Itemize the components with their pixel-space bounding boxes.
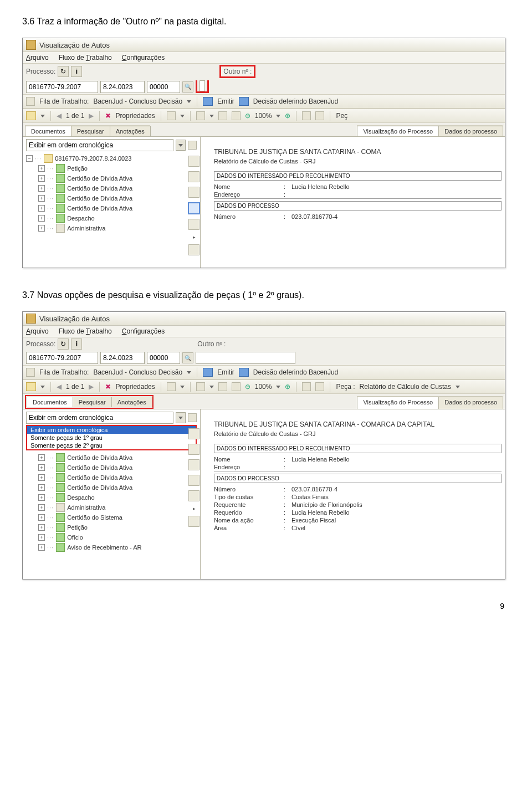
folder-icon[interactable] <box>26 382 36 391</box>
zoom-value[interactable]: 100% <box>255 383 272 391</box>
processo-field-3[interactable]: 00000 <box>147 352 180 364</box>
side-icon-2[interactable] <box>188 444 200 455</box>
next-page-icon[interactable]: ▶ <box>89 383 94 391</box>
tab-anotacoes[interactable]: Anotações <box>111 397 152 407</box>
zoom-icon[interactable] <box>196 111 205 120</box>
tree-item[interactable]: +···Petição <box>25 163 198 173</box>
search-icon[interactable]: 🔍 <box>182 352 193 363</box>
tree-item[interactable]: +···Aviso de Recebimento - AR <box>25 542 198 552</box>
layout2-icon[interactable] <box>232 382 241 391</box>
zoom-in-icon[interactable]: ⊕ <box>285 383 290 391</box>
zoom-value[interactable]: 100% <box>255 112 272 120</box>
fila-value[interactable]: BacenJud - Concluso Decisão <box>93 98 182 105</box>
tab-documentos[interactable]: Documentos <box>25 126 71 136</box>
search-icon[interactable]: 🔍 <box>182 81 193 93</box>
info-icon[interactable]: i <box>71 338 82 350</box>
layout1-icon[interactable] <box>218 382 227 391</box>
tab-dados[interactable]: Dados do processo <box>438 397 503 409</box>
dropdown-option-2[interactable]: Somente peças de 1º grau <box>27 434 196 442</box>
side-icon-1[interactable] <box>188 428 200 439</box>
move-doc-icon[interactable] <box>315 382 324 391</box>
processo-num-field[interactable]: 0816770-79.2007 <box>26 81 98 93</box>
tree-item[interactable]: +···Administrativa <box>25 223 198 233</box>
layout2-icon[interactable] <box>232 111 241 120</box>
side-icon-2[interactable] <box>188 171 200 182</box>
side-icon-4[interactable] <box>188 475 200 486</box>
zoom-out-icon[interactable]: ⊖ <box>245 383 250 391</box>
side-icon-1[interactable] <box>188 156 200 167</box>
menu-fluxo[interactable]: Fluxo de Trabalho <box>59 327 112 335</box>
tree-item[interactable]: +···Certidão de Dívida Ativa <box>25 173 198 183</box>
tab-visualizacao[interactable]: Visualização do Processo <box>357 126 439 136</box>
move-doc-icon[interactable] <box>315 111 324 120</box>
menu-config[interactable]: Configurações <box>122 327 165 335</box>
prev-page-icon[interactable]: ◀ <box>57 112 62 120</box>
tab-dados[interactable]: Dados do processo <box>438 126 503 136</box>
menu-config[interactable]: Configurações <box>122 54 165 61</box>
properties-button[interactable]: Propriedades <box>115 112 155 120</box>
tree-item[interactable]: +···Certidão de Dívida Ativa <box>25 193 198 203</box>
tab-pesquisar[interactable]: Pesquisar <box>73 397 112 407</box>
emitir-label[interactable]: Emitir <box>217 368 234 376</box>
next-page-icon[interactable]: ▶ <box>89 112 94 120</box>
processo-field-3[interactable]: 00000 <box>147 81 180 93</box>
zoom-in-icon[interactable]: ⊕ <box>285 112 290 120</box>
outro-numero-field[interactable] <box>196 352 295 364</box>
menu-arquivo[interactable]: Arquivo <box>26 54 49 61</box>
side-icon-3[interactable] <box>188 187 200 198</box>
peca-value[interactable]: Relatório de Cálculo de Custas <box>360 383 451 391</box>
tree-item[interactable]: +···Certidão de Dívida Ativa <box>25 463 198 473</box>
menu-arquivo[interactable]: Arquivo <box>26 327 49 335</box>
refresh-icon[interactable]: ↻ <box>58 66 69 77</box>
tree-item[interactable]: +···Despacho <box>25 493 198 502</box>
tree-item[interactable]: +···Certidão do Sistema <box>25 512 198 522</box>
side-icon-6[interactable] <box>188 244 200 255</box>
properties-button[interactable]: Propriedades <box>115 383 155 391</box>
side-icon-5[interactable] <box>188 219 200 230</box>
tri-icon[interactable] <box>40 115 45 117</box>
tree-item[interactable]: +···Certidão de Dívida Ativa <box>25 483 198 493</box>
tree-item[interactable]: +···Administrativa <box>25 502 198 512</box>
dropdown-option-3[interactable]: Somente peças de 2º grau <box>27 442 196 449</box>
dropdown-option-1[interactable]: Exibir em ordem cronológica <box>27 426 196 434</box>
processo-field-2[interactable]: 8.24.0023 <box>100 81 145 93</box>
tab-documentos[interactable]: Documentos <box>27 397 73 407</box>
fila-dropdown-icon[interactable] <box>187 100 191 103</box>
side-icon-5[interactable] <box>188 490 200 501</box>
tree-item[interactable]: +···Ofício <box>25 532 198 542</box>
tree-item[interactable]: +···Certidão de Dívida Ativa <box>25 453 198 463</box>
hand-icon[interactable] <box>167 382 176 391</box>
tab-anotacoes[interactable]: Anotações <box>110 126 151 136</box>
menu-fluxo[interactable]: Fluxo de Trabalho <box>59 54 112 61</box>
decisao-label[interactable]: Decisão deferindo BacenJud <box>253 98 338 105</box>
folder-icon[interactable] <box>26 111 36 120</box>
side-icon-3[interactable] <box>188 459 200 470</box>
outro-numero-field[interactable] <box>200 80 205 91</box>
prev-page-icon[interactable]: ◀ <box>57 383 62 391</box>
order-combo[interactable]: Exibir em ordem cronológica <box>26 412 173 424</box>
zoom-icon[interactable] <box>196 382 205 391</box>
tree-root[interactable]: −··· 0816770-79.2007.8.24.0023 <box>25 153 198 163</box>
refresh-icon[interactable]: ↻ <box>58 338 69 350</box>
hand-icon[interactable] <box>167 111 176 120</box>
tree-item[interactable]: +···Despacho <box>25 213 198 223</box>
new-doc-icon[interactable] <box>302 111 311 120</box>
processo-num-field[interactable]: 0816770-79.2007 <box>26 352 98 364</box>
fila-value[interactable]: BacenJud - Concluso Decisão <box>93 368 182 376</box>
refresh-list-icon[interactable] <box>188 413 197 422</box>
order-combo[interactable]: Exibir em ordem cronológica <box>26 139 173 151</box>
tree-item[interactable]: +···Certidão de Dívida Ativa <box>25 473 198 483</box>
layout1-icon[interactable] <box>218 111 227 120</box>
tree-item[interactable]: +···Certidão de Dívida Ativa <box>25 203 198 213</box>
refresh-list-icon[interactable] <box>188 141 197 150</box>
new-doc-icon[interactable] <box>302 382 311 391</box>
info-icon[interactable]: i <box>71 66 82 77</box>
tab-pesquisar[interactable]: Pesquisar <box>71 126 110 136</box>
combo-dropdown-icon[interactable] <box>176 140 186 151</box>
processo-field-2[interactable]: 8.24.0023 <box>100 352 145 364</box>
emitir-label[interactable]: Emitir <box>217 98 234 105</box>
tree-item[interactable]: +···Certidão de Dívida Ativa <box>25 183 198 193</box>
decisao-label[interactable]: Decisão deferindo BacenJud <box>253 368 338 376</box>
side-icon-6[interactable] <box>188 516 200 527</box>
combo-dropdown-icon[interactable] <box>176 412 186 423</box>
